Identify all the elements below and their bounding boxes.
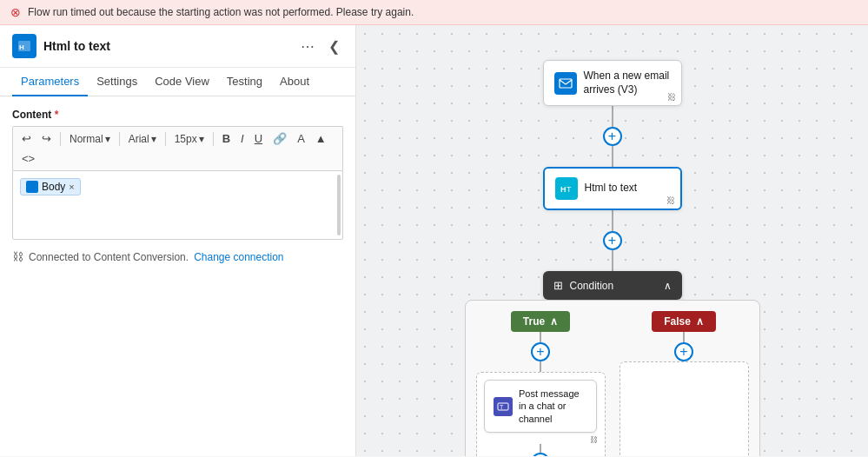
link-button[interactable]: 🔗 <box>269 130 290 147</box>
email-trigger-node[interactable]: When a new email arrives (V3) ⛓ <box>543 60 682 106</box>
condition-node-left: ⊞ Condition <box>553 279 614 292</box>
body-tag-icon <box>26 181 38 193</box>
more-options-button[interactable]: ⋯ <box>297 36 318 56</box>
add-step-1-button[interactable]: + <box>603 127 622 146</box>
condition-node[interactable]: ⊞ Condition ∧ <box>543 271 682 300</box>
email-trigger-icon <box>554 72 577 95</box>
body-tag-close[interactable]: × <box>69 182 74 192</box>
panel-body: Content * ↩ ↪ Normal ▾ Arial ▾ 15px <box>0 96 355 456</box>
post-node-link-icon: ⛓ <box>590 435 598 444</box>
branches-row: True ∧ + <box>476 311 749 456</box>
false-branch: False ∧ + <box>620 311 749 456</box>
connector-line-2 <box>612 210 613 231</box>
branches-container: True ∧ + <box>465 300 760 456</box>
convert-icon: H T <box>560 182 573 195</box>
body-tag: Body × <box>20 178 81 195</box>
false-connector: + <box>674 332 693 361</box>
condition-chevron-icon: ∧ <box>664 280 672 292</box>
font-label: Arial <box>129 133 149 145</box>
underline-button[interactable]: U <box>251 130 266 147</box>
html-to-text-label: Html to text <box>585 182 638 195</box>
size-dropdown[interactable]: 15px ▾ <box>171 131 208 147</box>
tab-settings[interactable]: Settings <box>88 68 146 96</box>
true-connector-line <box>540 332 541 342</box>
panel-title: Html to text <box>43 39 110 53</box>
tab-about[interactable]: About <box>271 68 318 96</box>
connector-line-1b <box>612 146 613 167</box>
tab-parameters[interactable]: Parameters <box>12 68 88 96</box>
add-true-step-button[interactable]: + <box>531 342 550 361</box>
true-label: True <box>523 315 545 328</box>
html-icon: H <box>17 39 31 53</box>
style-dropdown[interactable]: Normal ▾ <box>66 131 114 147</box>
svg-text:T: T <box>500 404 504 410</box>
true-branch-header[interactable]: True ∧ <box>511 311 570 332</box>
toolbar-sep-2 <box>119 132 120 146</box>
false-connector-line <box>683 332 685 342</box>
post-message-node[interactable]: T Post message in a chat or channel <box>484 380 597 433</box>
size-label: 15px <box>175 133 197 145</box>
email-link-icon: ⛓ <box>667 92 676 102</box>
left-panel: H Html to text ⋯ ❮ Parameters Settings C… <box>0 25 356 456</box>
condition-label: Condition <box>570 280 614 292</box>
error-banner: ⊗ Flow run timed out because the startin… <box>0 0 868 25</box>
font-chevron: ▾ <box>151 133 156 145</box>
change-connection-link[interactable]: Change connection <box>194 251 283 263</box>
svg-text:H: H <box>560 185 567 194</box>
style-chevron: ▾ <box>105 133 110 145</box>
required-marker: * <box>55 109 59 121</box>
connection-text: Connected to Content Conversion. <box>29 251 189 263</box>
connector-line-2b <box>612 250 613 271</box>
false-branch-body <box>620 361 749 456</box>
tabs-bar: Parameters Settings Code View Testing Ab… <box>0 68 355 96</box>
undo-button[interactable]: ↩ <box>18 130 35 147</box>
font-color-button[interactable]: A <box>294 130 308 147</box>
tab-testing[interactable]: Testing <box>218 68 271 96</box>
code-button[interactable]: <> <box>18 150 38 167</box>
svg-rect-2 <box>560 79 572 88</box>
size-chevron: ▾ <box>199 133 204 145</box>
connection-icon: ⛓ <box>12 250 23 263</box>
error-message: Flow run timed out because the starting … <box>28 6 414 18</box>
connector-1: + <box>603 106 622 167</box>
html-to-text-icon: H T <box>555 177 578 200</box>
false-branch-header[interactable]: False ∧ <box>652 311 716 332</box>
rte-scrollbar[interactable] <box>337 175 341 235</box>
post-connector-line <box>540 444 541 453</box>
true-chevron-icon: ∧ <box>550 315 558 328</box>
panel-icon: H <box>12 34 36 58</box>
error-icon: ⊗ <box>10 5 21 19</box>
false-chevron-icon: ∧ <box>696 315 704 328</box>
html-to-text-node[interactable]: H T Html to text ⛓ <box>543 167 682 210</box>
italic-label: I <box>241 132 244 145</box>
content-label: Content * <box>12 109 343 121</box>
true-connector: + <box>531 332 550 372</box>
add-false-step-button[interactable]: + <box>674 342 693 361</box>
true-branch: True ∧ + <box>476 311 606 456</box>
font-dropdown[interactable]: Arial ▾ <box>125 131 160 147</box>
false-label: False <box>664 315 691 328</box>
add-step-2-button[interactable]: + <box>603 231 622 250</box>
true-branch-body: T Post message in a chat or channel ⛓ + <box>476 372 606 456</box>
body-tag-label: Body <box>42 181 65 193</box>
highlight-button[interactable]: ▲ <box>312 130 330 147</box>
tab-codeview[interactable]: Code View <box>146 68 218 96</box>
font-color-label: A <box>297 132 305 145</box>
redo-button[interactable]: ↪ <box>38 130 55 147</box>
flow-canvas: When a new email arrives (V3) ⛓ + H T Ht… <box>356 25 868 456</box>
panel-header-actions: ⋯ ❮ <box>297 36 343 56</box>
email-trigger-label: When a new email arrives (V3) <box>584 70 671 96</box>
toolbar-sep-4 <box>213 132 214 146</box>
svg-text:T: T <box>567 185 572 194</box>
italic-button[interactable]: I <box>237 130 248 147</box>
connection-info: ⛓ Connected to Content Conversion. Chang… <box>12 250 343 263</box>
post-message-icon: T <box>494 397 513 416</box>
svg-text:H: H <box>19 43 24 51</box>
bold-button[interactable]: B <box>219 130 234 147</box>
email-icon <box>559 76 573 90</box>
main-layout: H Html to text ⋯ ❮ Parameters Settings C… <box>0 25 868 456</box>
add-after-post-button[interactable]: + <box>531 453 550 456</box>
rte-content-area[interactable]: Body × <box>12 170 343 240</box>
close-panel-button[interactable]: ❮ <box>325 36 343 56</box>
connector-line-1 <box>612 106 613 127</box>
